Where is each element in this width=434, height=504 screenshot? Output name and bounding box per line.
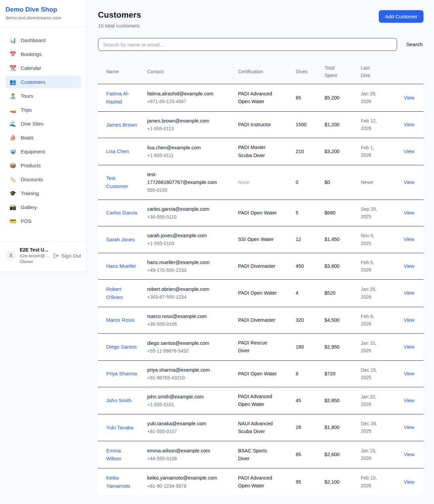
sidebar-item-training[interactable]: 🎓 Training <box>5 187 81 200</box>
pos-icon: 💳 <box>9 218 16 224</box>
table-row: Fatima Al-Rashid fatima.alrashid@example… <box>98 84 423 111</box>
products-icon: 📦 <box>9 162 16 169</box>
view-link[interactable]: View <box>404 290 414 296</box>
customer-phone: +81-90-1234-5678 <box>147 482 221 490</box>
customer-last-dive: Sep 20, 2025 <box>361 205 380 221</box>
view-link[interactable]: View <box>404 210 414 216</box>
sidebar-nav: 📊 Dashboard 📅 Bookings 📆 Calendar 👥 Cust… <box>0 27 86 232</box>
view-link[interactable]: View <box>404 237 414 242</box>
view-link[interactable]: View <box>404 149 414 154</box>
customer-email: emma.wilson@example.com <box>147 447 221 455</box>
customer-certification: NAUI Advanced Scuba Diver <box>238 420 278 435</box>
customer-name-link[interactable]: Keiko Yamamoto <box>106 474 137 490</box>
sidebar-item-boats[interactable]: ⛵ Boats <box>5 131 81 144</box>
customers-table-card: Name Contact Certification Dives Total S… <box>98 60 423 496</box>
sidebar-item-customers[interactable]: 👥 Customers <box>5 76 81 88</box>
customer-dives: 45 <box>296 387 324 414</box>
customer-dives: 180 <box>296 334 324 360</box>
sidebar-header: Demo Dive Shop demo.test.divestreams.com <box>0 0 86 27</box>
sidebar-item-products[interactable]: 📦 Products <box>5 159 81 172</box>
sidebar-item-equipment[interactable]: 🤿 Equipment <box>5 145 81 158</box>
sidebar-item-calendar[interactable]: 📆 Calendar <box>5 62 81 74</box>
user-email: e2e-tester@... <box>20 253 50 258</box>
customer-name-link[interactable]: John Smith <box>106 396 132 404</box>
sidebar: Demo Dive Shop demo.test.divestreams.com… <box>0 0 87 272</box>
customer-total-spent: $2,850 <box>324 387 361 414</box>
sidebar-item-dive-sites[interactable]: 🌊 Dive Sites <box>5 117 81 130</box>
column-header-total-spent: Total Spent <box>324 60 361 84</box>
contact-cell: lisa.chen@example.com +1-555-0111 <box>147 138 238 165</box>
sidebar-item-discounts[interactable]: 🏷️ Discounts <box>5 173 81 186</box>
customer-last-dive: Dec 15, 2025 <box>361 366 380 381</box>
sidebar-item-tours[interactable]: 🏝️ Tours <box>5 90 81 102</box>
customer-name-link[interactable]: Marco Rossi <box>106 316 134 324</box>
shop-domain: demo.test.divestreams.com <box>5 15 81 20</box>
add-customer-button[interactable]: Add Customer <box>379 10 423 23</box>
customer-dives: 95 <box>296 468 324 496</box>
customer-last-dive: Feb 8, 2026 <box>361 313 380 328</box>
sidebar-item-dashboard[interactable]: 📊 Dashboard <box>5 34 81 46</box>
customer-email: james.brown@example.com <box>147 117 221 125</box>
view-link[interactable]: View <box>404 95 414 100</box>
contact-cell: james.brown@example.com +1-555-0113 <box>147 111 238 138</box>
customer-certification: PADI Open Water <box>238 209 277 217</box>
view-link[interactable]: View <box>404 398 414 403</box>
customer-phone: +49-170-555-2233 <box>147 266 221 274</box>
contact-cell: marco.rossi@example.com +39-555-0105 <box>147 307 238 334</box>
customer-name-link[interactable]: Diego Santos <box>106 343 137 351</box>
customer-name-link[interactable]: Priya Sharma <box>106 370 137 377</box>
view-link[interactable]: View <box>404 344 414 350</box>
sidebar-item-pos[interactable]: 💳 POS <box>5 215 81 227</box>
customer-phone: +44-555-0108 <box>147 455 221 462</box>
customer-phone: +353-87-555-1234 <box>147 293 221 301</box>
customer-name-link[interactable]: Test Customer <box>106 174 137 190</box>
view-link[interactable]: View <box>404 263 414 269</box>
customer-name-link[interactable]: Fatima Al-Rashid <box>106 90 137 106</box>
view-link[interactable]: View <box>404 479 414 485</box>
sidebar-item-gallery[interactable]: 📸 Gallery <box>5 201 81 213</box>
customer-total-spent: $680 <box>324 200 361 226</box>
customer-phone: +1-555-0101 <box>147 401 221 408</box>
customer-dives: 450 <box>296 253 324 280</box>
column-header-name: Name <box>98 60 147 84</box>
customer-email: john.smith@example.com <box>147 393 221 401</box>
customer-certification: BSAC Sports Diver <box>238 447 278 463</box>
sidebar-item-bookings[interactable]: 📅 Bookings <box>5 48 81 60</box>
user-section: E2E Test U... e2e-tester@... Owner Sign … <box>0 242 86 272</box>
sidebar-item-trips[interactable]: 🚤 Trips <box>5 104 81 116</box>
customer-name-link[interactable]: Emma Wilson <box>106 447 137 463</box>
sign-out-button[interactable]: Sign Out <box>53 253 81 259</box>
training-icon: 🎓 <box>9 190 16 197</box>
column-header-last-dive: Last Dive <box>361 60 395 84</box>
contact-cell: john.smith@example.com +1-555-0101 <box>147 387 238 414</box>
view-link[interactable]: View <box>404 371 414 376</box>
search-input[interactable] <box>98 38 397 51</box>
customer-name-link[interactable]: Robert O'Brien <box>106 285 137 301</box>
customer-email: lisa.chen@example.com <box>147 144 221 152</box>
customer-name-link[interactable]: Lisa Chen <box>106 147 129 155</box>
customer-phone: +1-555-0113 <box>147 125 221 132</box>
person-icon <box>8 253 14 259</box>
view-link[interactable]: View <box>404 425 414 430</box>
customer-last-dive: Feb 10, 2026 <box>361 474 380 489</box>
search-button[interactable]: Search <box>406 39 423 50</box>
view-link[interactable]: View <box>404 122 414 127</box>
customer-name-link[interactable]: Sarah Jones <box>106 236 135 243</box>
contact-cell: yuki.tanaka@example.com +81-555-0107 <box>147 414 238 441</box>
customer-name-link[interactable]: Yuki Tanaka <box>106 424 134 431</box>
customer-total-spent: $2,600 <box>324 441 361 468</box>
customer-dives: 0 <box>296 165 324 200</box>
view-link[interactable]: View <box>404 452 414 457</box>
table-row: Marco Rossi marco.rossi@example.com +39-… <box>98 307 423 334</box>
customer-dives: 85 <box>296 441 324 468</box>
view-link[interactable]: View <box>404 180 414 185</box>
view-link[interactable]: View <box>404 317 414 323</box>
customer-name-link[interactable]: James Brown <box>106 121 137 129</box>
customer-email: yuki.tanaka@example.com <box>147 420 221 428</box>
contact-cell: hans.mueller@example.com +49-170-555-223… <box>147 253 238 280</box>
customer-certification: SSI Open Water <box>238 236 274 243</box>
customer-name-link[interactable]: Carlos Garcia <box>106 209 137 217</box>
avatar <box>5 250 16 261</box>
customer-table-body: Fatima Al-Rashid fatima.alrashid@example… <box>98 84 423 496</box>
customer-name-link[interactable]: Hans Mueller <box>106 262 136 270</box>
